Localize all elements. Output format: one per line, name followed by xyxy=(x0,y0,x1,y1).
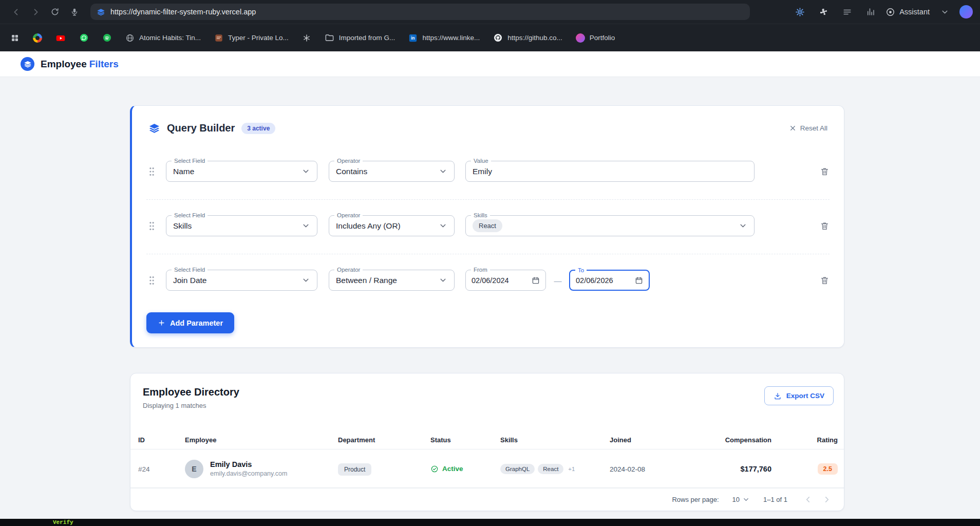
gear-icon xyxy=(795,7,805,17)
value-input[interactable]: Value Emily xyxy=(465,161,755,182)
globe-icon xyxy=(125,33,135,43)
employee-name: Emily Davis xyxy=(210,460,287,468)
bookmark-portfolio[interactable]: Portfolio xyxy=(576,33,615,43)
microphone-icon xyxy=(70,7,79,16)
bookmarks-bar: Atomic Habits: Tin... Typer - Private Lo… xyxy=(0,24,980,51)
trash-icon xyxy=(820,221,830,231)
column-header-employee: Employee xyxy=(185,436,338,444)
reset-all-button[interactable]: Reset All xyxy=(789,124,827,132)
bookmark-label: Imported from G... xyxy=(339,34,395,42)
bookmark-label: Typer - Private Lo... xyxy=(228,34,289,42)
delete-filter-button[interactable] xyxy=(820,221,830,231)
date-to-value: 02/06/2026 xyxy=(576,276,613,285)
chevron-down-icon xyxy=(439,276,447,285)
previous-page-button[interactable] xyxy=(801,492,815,506)
bookmark-typer[interactable]: Typer - Private Lo... xyxy=(214,33,289,43)
bookmark-github[interactable]: https://github.co... xyxy=(493,33,562,43)
close-icon xyxy=(789,124,797,132)
add-parameter-button[interactable]: Add Parameter xyxy=(146,312,234,333)
reload-icon xyxy=(50,7,60,16)
status-label: Active xyxy=(442,465,463,473)
operator-select-value: Contains xyxy=(336,167,367,176)
skill-chip: GraphQL xyxy=(500,464,535,474)
dropdown-button[interactable] xyxy=(936,3,953,21)
skills-multiselect-label: Skills xyxy=(471,212,490,219)
date-from-value: 02/06/2024 xyxy=(472,276,509,285)
apps-grid-button[interactable] xyxy=(10,33,20,43)
chevron-down-icon xyxy=(301,276,310,285)
employee-directory-card: Employee Directory Displaying 1 matches … xyxy=(130,373,844,511)
skills-more-count: +1 xyxy=(568,466,575,472)
profile-avatar[interactable] xyxy=(959,5,973,18)
bookmark-chatgpt[interactable] xyxy=(302,33,311,43)
column-header-joined: Joined xyxy=(610,436,712,444)
delete-filter-button[interactable] xyxy=(820,275,830,285)
app-logo xyxy=(21,57,34,71)
column-header-status: Status xyxy=(430,436,500,444)
reading-list-button[interactable] xyxy=(838,3,856,21)
reload-button[interactable] xyxy=(46,3,64,21)
extensions-button[interactable] xyxy=(815,3,832,21)
filter-row-name: Select Field Name Operator Contains Valu… xyxy=(132,161,844,182)
field-select-label: Select Field xyxy=(172,212,208,219)
forward-button[interactable] xyxy=(27,3,44,21)
query-builder-card: Query Builder 3 active Reset All Select … xyxy=(130,105,844,348)
date-from-label: From xyxy=(471,266,490,274)
export-csv-button[interactable]: Export CSV xyxy=(764,386,834,405)
topbar-right-cluster: Assistant xyxy=(791,3,973,21)
equalizer-icon xyxy=(866,7,875,16)
address-bar[interactable]: https://dynamic-filter-system-ruby.verce… xyxy=(90,4,750,20)
table-footer: Rows per page: 10 1–1 of 1 xyxy=(130,487,844,511)
typer-icon xyxy=(214,33,223,43)
bookmark-linkedin[interactable]: https://www.linke... xyxy=(408,33,480,43)
skill-chip: React xyxy=(473,219,502,232)
date-from-input[interactable]: From 02/06/2024 xyxy=(465,270,546,291)
voice-search-button[interactable] xyxy=(66,3,83,21)
skills-multiselect[interactable]: Skills React xyxy=(465,215,755,236)
drag-handle-icon[interactable] xyxy=(149,275,155,285)
drag-handle-icon[interactable] xyxy=(149,221,155,231)
chevron-down-icon xyxy=(439,167,447,176)
filter-row-join-date: Select Field Join Date Operator Between … xyxy=(132,270,844,291)
layers-icon xyxy=(148,122,160,134)
department-badge: Product xyxy=(338,463,371,476)
assistant-button[interactable]: Assistant xyxy=(885,7,930,17)
field-select[interactable]: Select Field Join Date xyxy=(166,270,317,291)
field-select-value: Name xyxy=(173,167,194,176)
field-select[interactable]: Select Field Skills xyxy=(166,215,317,236)
bookmark-label: Atomic Habits: Tin... xyxy=(139,34,201,42)
employee-cell: E Emily Davis emily.davis@company.com xyxy=(185,460,338,478)
operator-select[interactable]: Operator Between / Range xyxy=(329,270,455,291)
google-icon xyxy=(33,33,42,43)
forward-icon xyxy=(31,7,41,17)
operator-select[interactable]: Operator Contains xyxy=(329,161,455,182)
settings-button[interactable] xyxy=(791,3,808,21)
bookmark-spotify[interactable] xyxy=(102,33,112,43)
operator-select[interactable]: Operator Includes Any (OR) xyxy=(329,215,455,236)
date-to-input[interactable]: To 02/06/2026 xyxy=(569,270,650,291)
rows-per-page-select[interactable]: 10 xyxy=(732,496,750,503)
app-title-accent: Filters xyxy=(89,59,119,69)
bookmark-youtube[interactable] xyxy=(55,33,66,43)
next-page-button[interactable] xyxy=(819,492,834,506)
bookmark-label: Portfolio xyxy=(590,34,615,42)
joined-date: 2024-02-08 xyxy=(610,465,645,473)
bookmark-imported-folder[interactable]: Imported from G... xyxy=(325,33,395,43)
drag-handle-icon[interactable] xyxy=(149,166,155,176)
employee-email: emily.davis@company.com xyxy=(210,470,287,477)
delete-filter-button[interactable] xyxy=(820,166,830,176)
table-row: #24 E Emily Davis emily.davis@company.co… xyxy=(130,449,844,489)
bookmark-whatsapp[interactable] xyxy=(79,33,89,43)
field-select[interactable]: Select Field Name xyxy=(166,161,317,182)
back-button[interactable] xyxy=(7,3,25,21)
field-select-value: Join Date xyxy=(173,276,206,285)
trash-icon xyxy=(820,275,830,285)
bookmark-atomic-habits[interactable]: Atomic Habits: Tin... xyxy=(125,33,201,43)
query-builder-title: Query Builder xyxy=(167,122,235,134)
equalizer-button[interactable] xyxy=(862,3,879,21)
status-badge: Active xyxy=(430,465,500,473)
bookmark-google[interactable] xyxy=(33,33,42,43)
skill-chip: React xyxy=(538,464,563,474)
spotify-icon xyxy=(102,33,112,43)
filter-row-skills: Select Field Skills Operator Includes An… xyxy=(132,215,844,236)
